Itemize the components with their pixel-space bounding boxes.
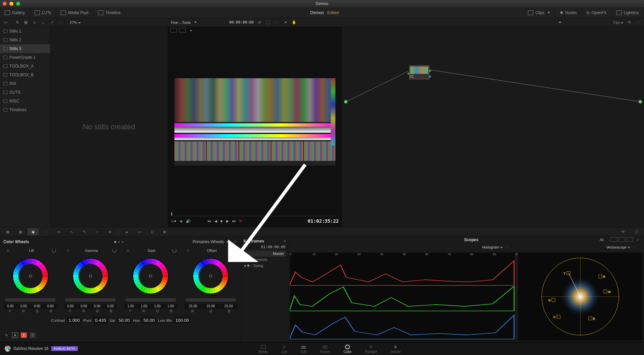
reset-icon[interactable] (172, 249, 176, 253)
histogram-settings-icon[interactable]: ⋯ (504, 245, 510, 250)
bypass-icon[interactable]: ⊘ (256, 20, 262, 25)
window-maximize-button[interactable] (16, 2, 20, 6)
blur-icon[interactable]: ▲ (121, 228, 132, 235)
sidebar-item-stills2[interactable]: Stills 2 (0, 36, 50, 44)
sidebar-item-timelines[interactable]: Timelines (0, 105, 50, 114)
reset-icon[interactable] (232, 249, 236, 253)
stop-button[interactable]: ■ (220, 219, 223, 223)
curves-icon[interactable]: ∿ (66, 228, 77, 235)
scopes-expand-icon[interactable]: ⤢ (635, 237, 641, 242)
qualifier-icon[interactable]: ✎ (78, 228, 90, 235)
wheel-value[interactable]: 1.00 (138, 304, 150, 309)
page-tab-media[interactable]: Media (259, 344, 268, 354)
picker-icon[interactable]: ⊹ (65, 248, 71, 253)
node-input-connector[interactable] (408, 73, 410, 75)
search-icon[interactable]: ⌕ (40, 20, 46, 25)
grid-icon[interactable]: ▦ (23, 20, 29, 25)
list-icon[interactable]: ≡ (32, 20, 38, 25)
wheel-value[interactable]: 1.00 (124, 304, 137, 309)
wheel-value[interactable]: 0.00 (77, 304, 90, 309)
picker-icon[interactable]: ⊹ (125, 248, 131, 253)
color-wheel[interactable] (70, 256, 111, 296)
nodes-more-icon[interactable]: ⋯ (635, 20, 641, 25)
mediapool-button[interactable]: Media Pool (56, 7, 93, 18)
wand-icon[interactable]: ✦ (188, 28, 194, 33)
ab-1-button[interactable]: 1 (21, 332, 27, 338)
keyframes-close-icon[interactable]: × (283, 238, 286, 243)
node-input-dot[interactable] (344, 100, 347, 103)
reset-icon[interactable] (52, 249, 56, 253)
vectorscope-dropdown[interactable]: Vectorscope (606, 245, 630, 249)
node-alpha-connector[interactable] (429, 76, 431, 78)
timeline-button[interactable]: Timeline (93, 7, 125, 18)
sidebar-item-toolbox-a[interactable]: TOOLBOX_A (0, 62, 50, 71)
motion-effects-icon[interactable]: ▭ (53, 228, 64, 235)
3d-icon[interactable]: ◐ (159, 228, 171, 235)
keyframes-row-corrector[interactable]: ›Correcto (244, 257, 286, 263)
node-output-dot[interactable] (639, 100, 642, 103)
sidebar-item-misc[interactable]: MISC (0, 97, 50, 105)
hand-icon[interactable]: ✋ (291, 20, 297, 25)
more-viewer-icon[interactable]: ⋯ (274, 20, 280, 25)
camera-raw-icon[interactable]: ▦ (2, 228, 13, 235)
play-button[interactable]: ▶ (226, 219, 229, 223)
gallery-button[interactable]: Gallery (0, 7, 30, 18)
viewer-menu-icon[interactable]: ▭▾ (171, 219, 176, 223)
rgb-mixer-icon[interactable]: ∴ (40, 228, 52, 235)
master-wheel-strip[interactable] (126, 298, 176, 302)
nodes-button[interactable]: ✱Nodes (555, 7, 582, 18)
scope-layout-1[interactable] (610, 237, 617, 242)
openfx-button[interactable]: fxOpenFX (582, 7, 612, 18)
clip-name[interactable]: Five ...Tools (171, 20, 191, 25)
reset-icon[interactable] (112, 249, 116, 253)
expand-wheels-icon[interactable]: ⤢ (232, 239, 238, 245)
page-tab-fusion[interactable]: Fusion (320, 344, 330, 354)
expand-icon[interactable]: ⤢ (49, 20, 55, 25)
pivot-input[interactable] (93, 317, 107, 323)
clip-dropdown[interactable]: Clip (613, 20, 623, 25)
zoom-level[interactable]: 27% (70, 20, 81, 25)
wheel-value[interactable]: 0.00 (91, 304, 104, 309)
node-01[interactable]: 01 (409, 65, 429, 79)
page-tab-deliver[interactable]: Deliver (390, 344, 401, 354)
viewer-scrubber[interactable] (171, 212, 339, 216)
color-match-icon[interactable]: ▩ (15, 228, 26, 235)
more-icon[interactable]: ⋯ (58, 20, 64, 25)
node-graph[interactable]: 01 (342, 27, 644, 227)
viewer-canvas[interactable] (168, 34, 342, 210)
primaries-mode-dropdown[interactable]: Primaries Wheels (193, 239, 229, 244)
wheel-value[interactable]: 1.00 (164, 304, 177, 309)
color-wheels-icon[interactable]: ◉ (28, 228, 39, 235)
viewer-timecode[interactable]: 01:02:35:22 (308, 218, 339, 224)
wheel-value[interactable]: 0.00 (44, 304, 57, 309)
sidebar-item-toolbox-b[interactable]: TOOLBOX_B (0, 71, 50, 79)
luts-button[interactable]: LUTs (30, 7, 56, 18)
wheel-value[interactable]: 25.00 (220, 304, 237, 309)
ab-2-button[interactable]: 2 (30, 332, 36, 338)
wheel-value[interactable]: 1.00 (151, 304, 164, 309)
reset-nodes-icon[interactable]: ⟲ (626, 20, 632, 25)
wheel-value[interactable]: 25.00 (184, 304, 202, 309)
loop-button[interactable]: ↻ (239, 219, 242, 223)
ab-a-button[interactable]: A (12, 332, 18, 338)
next-frame-button[interactable]: ⏭ (232, 219, 236, 223)
wheel-value[interactable]: 0.00 (4, 304, 17, 309)
master-wheel-strip[interactable] (186, 298, 236, 302)
histogram-dropdown[interactable]: Histogram (482, 245, 503, 249)
wheel-value[interactable]: 25.00 (202, 304, 219, 309)
wheel-value[interactable]: 0.00 (104, 304, 117, 309)
scope-layout-3[interactable] (627, 237, 633, 242)
node-output-connector[interactable] (429, 70, 431, 72)
mute-icon[interactable]: 🔊 (186, 219, 191, 223)
viewer-mode-2[interactable] (179, 28, 186, 33)
sidebar-item-stills1[interactable]: Stills 1 (0, 27, 50, 36)
page-dots[interactable] (114, 241, 123, 243)
color-wheel[interactable] (130, 256, 171, 296)
view-icon-1[interactable]: ▭ (3, 20, 9, 25)
keyframes-master-row[interactable]: Master (244, 251, 286, 257)
key-icon[interactable]: ▭ (134, 228, 145, 235)
tracker-icon[interactable]: ⊕ (104, 228, 115, 235)
window-minimize-button[interactable] (9, 2, 13, 6)
keyframes-all-dropdown[interactable]: All (600, 238, 604, 242)
sidebar-item-outs[interactable]: OUTS (0, 88, 50, 97)
